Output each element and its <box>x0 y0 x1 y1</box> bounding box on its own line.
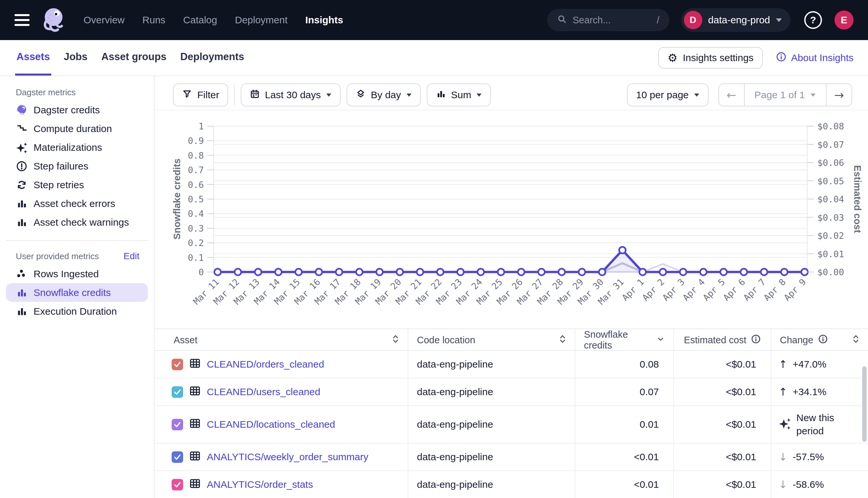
chart-toolbar: Filter Last 30 days <box>154 80 868 110</box>
sidebar-item-snowflake-credits[interactable]: Snowflake credits <box>6 283 148 302</box>
arrow-down-icon: ↓ <box>779 452 788 462</box>
change-cell: ↓-58.6% <box>771 471 868 498</box>
column-header-estimated-cost[interactable]: Estimated cost <box>673 329 771 351</box>
asset-cell: ANALYTICS/order_stats <box>154 471 408 498</box>
svg-text:$0.01: $0.01 <box>817 249 844 259</box>
sidebar-item-materializations[interactable]: Materializations <box>6 138 148 157</box>
scrollbar-thumb[interactable] <box>862 366 867 442</box>
svg-text:0: 0 <box>199 267 204 277</box>
sidebar-item-label: Step retries <box>34 179 84 191</box>
svg-text:1: 1 <box>199 121 204 131</box>
asset-checkbox[interactable] <box>171 451 183 463</box>
table-body: CLEANED/orders_cleaneddata-eng-pipeline0… <box>154 351 868 498</box>
insights-settings-label: Insights settings <box>683 52 754 63</box>
aggregation-button[interactable]: Sum <box>427 83 491 106</box>
edit-metrics-link[interactable]: Edit <box>124 251 139 261</box>
nav-link-runs[interactable]: Runs <box>142 14 165 26</box>
sidebar-item-label: Rows Ingested <box>34 268 99 279</box>
sidebar-item-execution-duration[interactable]: Execution Duration <box>6 302 148 320</box>
asset-link[interactable]: ANALYTICS/order_stats <box>207 479 313 490</box>
page-indicator[interactable]: Page 1 of 1 <box>745 84 827 106</box>
column-header-snowflake-credits[interactable]: Snowflake credits <box>575 329 673 351</box>
sidebar-item-label: Compute duration <box>34 123 112 134</box>
search-input[interactable]: Search... / <box>547 9 669 31</box>
sidebar-section-label: User provided metrics <box>16 251 99 261</box>
sort-icon[interactable] <box>392 334 399 346</box>
about-insights-link[interactable]: About Insights <box>776 52 854 64</box>
help-button[interactable]: ? <box>804 11 822 29</box>
next-page-button[interactable]: → <box>827 84 852 106</box>
sidebar-section-title: User provided metricsEdit <box>0 248 154 264</box>
filter-button[interactable]: Filter <box>173 83 228 106</box>
bar-chart-icon <box>16 198 28 210</box>
search-icon <box>557 14 567 26</box>
about-insights-label: About Insights <box>791 52 854 63</box>
sort-descending-icon[interactable] <box>656 335 665 345</box>
svg-text:0.6: 0.6 <box>188 180 204 190</box>
code-location-cell: data-eng-pipeline <box>408 471 575 498</box>
asset-cell: CLEANED/orders_cleaned <box>154 351 408 378</box>
info-icon[interactable] <box>751 334 761 346</box>
menu-icon[interactable] <box>14 14 29 26</box>
tab-actions: ⚙ Insights settings About Insights <box>658 40 854 76</box>
user-avatar[interactable]: E <box>834 11 854 29</box>
question-icon: ? <box>810 14 816 26</box>
nav-link-insights[interactable]: Insights <box>305 14 343 26</box>
date-range-button[interactable]: Last 30 days <box>241 83 341 106</box>
asset-checkbox[interactable] <box>171 419 183 430</box>
cost-cell: <$0.01 <box>673 471 771 498</box>
insights-settings-button[interactable]: ⚙ Insights settings <box>658 47 763 69</box>
granularity-button[interactable]: By day <box>346 83 421 106</box>
svg-text:Apr 2: Apr 2 <box>640 277 666 303</box>
tab-assets[interactable]: Assets <box>15 40 51 76</box>
svg-text:0.4: 0.4 <box>188 209 204 219</box>
sidebar-item-step-failures[interactable]: Step failures <box>6 157 148 175</box>
code-location-cell: data-eng-pipeline <box>408 351 575 378</box>
asset-checkbox[interactable] <box>171 359 183 370</box>
change-cell: ↓-57.5% <box>771 444 868 470</box>
credits-cell: <0.01 <box>575 471 673 498</box>
sidebar-item-label: Materializations <box>34 142 102 153</box>
filter-label: Filter <box>197 89 219 101</box>
asset-link[interactable]: CLEANED/orders_cleaned <box>207 359 324 370</box>
cost-cell: <$0.01 <box>673 378 771 405</box>
sidebar-item-rows-ingested[interactable]: Rows Ingested <box>6 264 148 283</box>
search-shortcut-hint: / <box>656 15 659 26</box>
svg-text:0.5: 0.5 <box>188 194 204 204</box>
asset-checkbox[interactable] <box>171 386 183 398</box>
aggregation-label: Sum <box>451 89 472 101</box>
column-header-code-location[interactable]: Code location <box>408 329 575 351</box>
asset-link[interactable]: CLEANED/users_cleaned <box>207 386 320 397</box>
svg-text:0.8: 0.8 <box>188 150 204 161</box>
asset-cell: ANALYTICS/weekly_order_summary <box>154 444 408 470</box>
per-page-button[interactable]: 10 per page <box>627 83 708 106</box>
info-icon[interactable] <box>818 334 828 346</box>
org-switcher[interactable]: D data-eng-prod <box>681 8 790 32</box>
asset-checkbox[interactable] <box>171 479 183 490</box>
sidebar-item-dagster-credits[interactable]: Dagster credits <box>6 101 148 119</box>
change-value: New this period <box>796 411 855 438</box>
top-navigation-bar: OverviewRunsCatalogDeploymentInsights Se… <box>0 0 868 40</box>
asset-link[interactable]: ANALYTICS/weekly_order_summary <box>207 451 368 462</box>
org-avatar: D <box>684 11 702 29</box>
sidebar-item-compute-duration[interactable]: Compute duration <box>6 119 148 138</box>
sort-icon[interactable] <box>559 334 566 346</box>
nav-link-catalog[interactable]: Catalog <box>183 14 217 26</box>
tab-jobs[interactable]: Jobs <box>63 40 89 76</box>
dagster-logo-icon[interactable] <box>39 6 67 34</box>
sidebar-item-asset-check-warnings[interactable]: Asset check warnings <box>6 213 148 232</box>
tab-asset-groups[interactable]: Asset groups <box>100 40 168 76</box>
svg-text:Apr 8: Apr 8 <box>762 277 788 303</box>
nav-link-deployment[interactable]: Deployment <box>235 14 288 26</box>
table-row: CLEANED/orders_cleaneddata-eng-pipeline0… <box>154 351 868 378</box>
nav-link-overview[interactable]: Overview <box>84 14 125 26</box>
sidebar-item-asset-check-errors[interactable]: Asset check errors <box>6 194 148 213</box>
column-header-asset[interactable]: Asset <box>154 329 408 351</box>
column-header-change[interactable]: Change <box>771 329 868 351</box>
tab-deployments[interactable]: Deployments <box>179 40 246 76</box>
assets-table: Asset Code location Snowflake credits Es… <box>154 328 868 498</box>
asset-link[interactable]: CLEANED/locations_cleaned <box>207 419 335 430</box>
prev-page-button[interactable]: ← <box>719 84 745 106</box>
sort-icon[interactable] <box>852 334 859 346</box>
sidebar-item-step-retries[interactable]: Step retries <box>6 175 148 194</box>
